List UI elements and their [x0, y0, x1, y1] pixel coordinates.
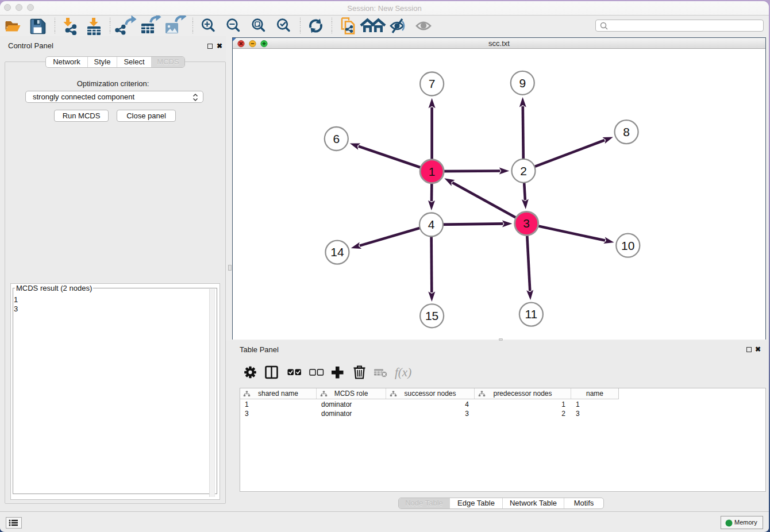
svg-text:7: 7 [429, 77, 436, 90]
svg-text:2: 2 [520, 164, 527, 178]
svg-text:3: 3 [523, 217, 530, 230]
svg-text:14: 14 [330, 245, 344, 259]
svg-text:11: 11 [525, 307, 537, 321]
svg-text:9: 9 [519, 76, 526, 90]
svg-text:f(x): f(x) [395, 365, 411, 379]
svg-text:4: 4 [428, 218, 435, 231]
svg-text:8: 8 [623, 125, 630, 138]
svg-text:1: 1 [429, 165, 436, 178]
svg-text:15: 15 [425, 309, 438, 322]
svg-text:6: 6 [333, 132, 340, 145]
svg-text:10: 10 [621, 239, 634, 252]
